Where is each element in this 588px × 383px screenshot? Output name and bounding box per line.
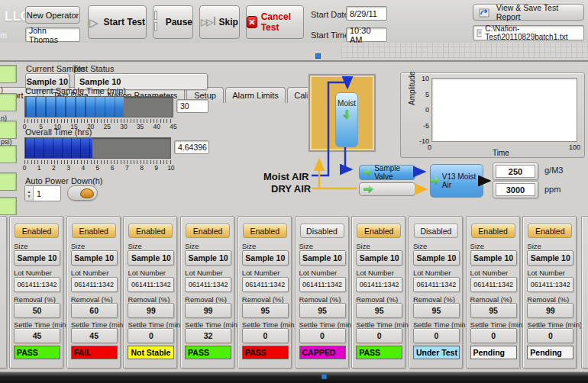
size-ring[interactable]: Sample 10: [527, 250, 573, 266]
cutoff-indicator-5: [0, 172, 17, 191]
cutoff-label-3: psi): [1, 138, 12, 146]
size-ring[interactable]: Sample 10: [14, 250, 60, 266]
removal-field[interactable]: 99: [527, 303, 573, 318]
overall-time-slider[interactable]: [24, 137, 171, 159]
selection-handle-icon: [315, 53, 321, 59]
report-path-field[interactable]: C:\Nafion-Test\20110829batch1.txt: [473, 25, 584, 40]
overall-time-value[interactable]: 4.64396: [174, 140, 209, 154]
size-ring[interactable]: Sample 10: [413, 250, 460, 266]
start-test-button[interactable]: ▷ Start Test: [88, 5, 147, 39]
enable-toggle-button[interactable]: Enabled: [15, 224, 59, 238]
status-indicator: PASS: [242, 346, 289, 359]
settle-time-field[interactable]: 0: [356, 328, 402, 343]
valve-arrow-icon: [363, 169, 371, 177]
moist-cell[interactable]: Moist: [335, 92, 358, 147]
removal-field[interactable]: 99: [185, 303, 231, 318]
size-ring[interactable]: Sample 10: [242, 250, 289, 266]
cutoff-indicator-3: [0, 121, 17, 139]
app-window: LLC m New Operator John Thomas ▷ Start T…: [0, 0, 588, 383]
operator-name-field[interactable]: John Thomas: [25, 27, 80, 42]
settle-time-field[interactable]: 0: [128, 328, 174, 343]
enable-toggle-button[interactable]: Enabled: [128, 224, 173, 238]
auto-power-toggle[interactable]: [67, 185, 98, 201]
skip-icon: ▷▷: [201, 17, 215, 27]
lot-number-field[interactable]: 061411:1342: [527, 277, 573, 292]
lot-number-label: Lot Number: [413, 269, 451, 277]
test-status-label: Test Status: [73, 64, 114, 73]
status-indicator: CAPPED: [299, 346, 346, 359]
lot-number-field[interactable]: 061411:1342: [71, 277, 118, 292]
lot-number-field[interactable]: 061411:1342: [413, 277, 460, 292]
removal-field[interactable]: 95: [470, 303, 517, 318]
size-label: Size: [185, 242, 199, 250]
cancel-test-button[interactable]: ✕ Cancel Test: [246, 5, 304, 39]
size-ring[interactable]: Sample 10: [356, 250, 402, 266]
settle-time-field[interactable]: 45: [71, 328, 118, 343]
ppm-unit: ppm: [544, 185, 561, 194]
pause-icon: [153, 11, 162, 34]
settle-time-field[interactable]: 45: [14, 328, 60, 343]
lot-number-field[interactable]: 061411:1342: [14, 277, 60, 292]
removal-field[interactable]: 95: [242, 303, 289, 318]
lot-number-label: Lot Number: [128, 269, 166, 277]
sample-time-slider[interactable]: [24, 96, 173, 117]
view-save-report-button[interactable]: View & Save Test Report: [473, 4, 584, 21]
lot-number-field[interactable]: 061411:1342: [356, 277, 402, 292]
lot-number-field[interactable]: 061411:1342: [242, 277, 289, 292]
skip-button[interactable]: ▷▷ Skip: [199, 5, 240, 39]
enable-toggle-button[interactable]: Enabled: [471, 224, 515, 238]
size-ring[interactable]: Sample 10: [128, 250, 174, 266]
start-time-field[interactable]: 10:30 AM: [346, 27, 387, 42]
new-operator-button[interactable]: New Operator: [25, 6, 80, 24]
v13-moist-air-valve[interactable]: V13 Moist Air: [430, 164, 483, 198]
removal-field[interactable]: 95: [299, 303, 346, 318]
settle-time-field[interactable]: 0: [527, 328, 573, 343]
sample-time-value[interactable]: 30: [176, 99, 208, 113]
enable-toggle-button[interactable]: Disabled: [300, 224, 344, 238]
size-ring[interactable]: Sample 10: [185, 250, 231, 266]
valve-arrow-icon: [431, 177, 440, 185]
sample-column-10: EnabledSizeSample 10Lot Number061411:134…: [522, 216, 577, 369]
sample-column-8: DisabledSizeSample 10Lot Number061411:13…: [409, 216, 463, 369]
lot-number-label: Lot Number: [470, 269, 509, 277]
sample-valve-button[interactable]: Sample Valve: [359, 165, 415, 180]
status-indicator: PASS: [14, 346, 60, 359]
lot-number-field[interactable]: 061411:1342: [128, 277, 174, 292]
settle-time-field[interactable]: 0: [470, 328, 517, 343]
enable-toggle-button[interactable]: Disabled: [414, 224, 458, 238]
overall-time-label: Overall Time (hrs): [25, 127, 92, 137]
removal-field[interactable]: 60: [71, 303, 118, 318]
tab-divider: [0, 60, 588, 62]
lot-number-field[interactable]: 061411:1342: [299, 277, 346, 292]
removal-field[interactable]: 95: [413, 303, 460, 318]
lot-number-label: Lot Number: [299, 269, 338, 277]
enable-toggle-button[interactable]: Enabled: [243, 224, 287, 238]
size-ring[interactable]: Sample 10: [470, 250, 517, 266]
removal-field[interactable]: 95: [356, 303, 402, 318]
lot-number-field[interactable]: 061411:1342: [185, 277, 231, 292]
stepper-arrows-icon[interactable]: ▲▼: [25, 186, 34, 201]
cancel-x-icon: ✕: [247, 16, 257, 28]
size-ring[interactable]: Sample 10: [71, 250, 118, 266]
start-date-field[interactable]: 8/29/11: [346, 6, 387, 21]
pause-button[interactable]: Pause: [153, 5, 193, 39]
enable-toggle-button[interactable]: Enabled: [357, 224, 401, 238]
auto-power-stepper[interactable]: ▲▼ 1: [24, 185, 61, 201]
settle-time-field[interactable]: 0: [299, 328, 346, 343]
settle-time-field[interactable]: 32: [185, 328, 231, 343]
logo-subtext: m: [0, 31, 7, 40]
enable-toggle-button[interactable]: Enabled: [528, 224, 572, 238]
dry-valve-button[interactable]: [359, 182, 415, 196]
size-ring[interactable]: Sample 10: [299, 250, 346, 266]
settle-time-field[interactable]: 0: [413, 328, 460, 343]
start-date-label: Start Date: [311, 10, 349, 19]
lot-number-label: Lot Number: [71, 269, 109, 277]
settle-time-field[interactable]: 0: [242, 328, 289, 343]
enable-toggle-button[interactable]: Enabled: [186, 224, 230, 238]
removal-field[interactable]: 99: [128, 303, 174, 318]
lot-number-field[interactable]: 061411:1342: [470, 277, 517, 292]
removal-field[interactable]: 50: [14, 303, 60, 318]
tab-alarm-limits[interactable]: Alarm Limits: [225, 87, 286, 103]
overall-time-scale: 012345678910: [21, 164, 175, 172]
enable-toggle-button[interactable]: Enabled: [72, 224, 116, 238]
